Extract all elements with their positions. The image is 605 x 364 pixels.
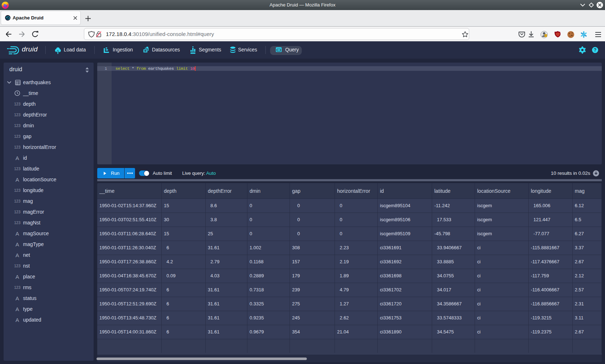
svg-text:?: ? <box>594 47 597 53</box>
